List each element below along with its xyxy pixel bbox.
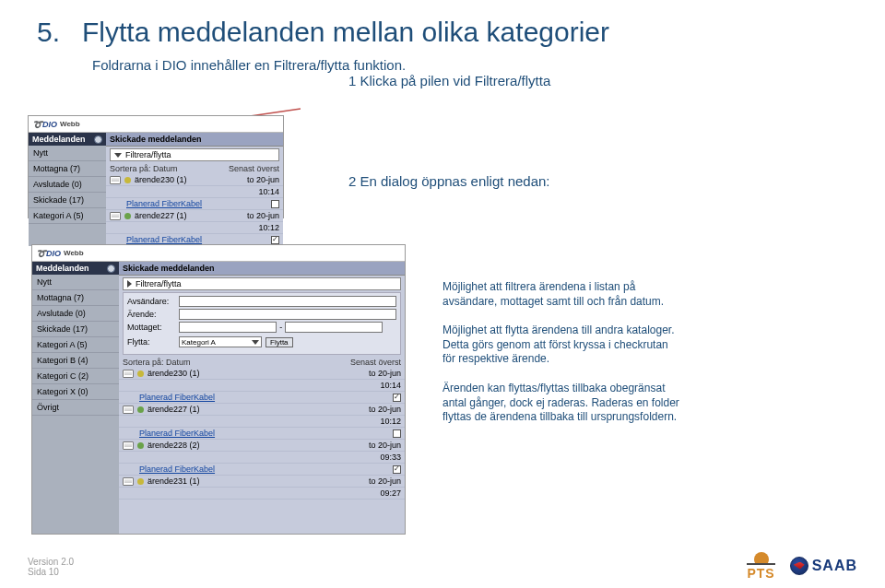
row-link[interactable]: Planerad FiberKabel <box>126 235 267 244</box>
title-number: 5. <box>37 17 60 48</box>
message-icon <box>123 477 134 486</box>
list-item[interactable]: Planerad FiberKabel <box>106 198 283 210</box>
row-date: to 20-jun <box>369 476 401 486</box>
row-link[interactable]: Planerad FiberKabel <box>139 393 389 402</box>
dio-logo: ➰DIO <box>32 120 57 129</box>
screenshot-1: ➰DIO Webb Meddelanden Nytt Mottagna (7) … <box>28 115 284 218</box>
chevron-down-icon[interactable] <box>114 153 122 158</box>
row-id: ärende228 (2) <box>148 441 365 450</box>
row-date: to 20-jun <box>247 175 279 184</box>
page-title: Flytta meddelanden mellan olika kategori… <box>82 17 609 48</box>
sidebar-item[interactable]: Kategori X (0) <box>32 384 119 400</box>
sidebar-item[interactable]: Nytt <box>32 275 119 290</box>
filter-panel: Avsändare: Ärende: Mottaget: - Flytta: K… <box>123 292 401 355</box>
list-item[interactable]: Planerad FiberKabel <box>119 392 405 404</box>
status-dot-icon <box>137 442 144 449</box>
sidebar-item[interactable]: Mottagna (7) <box>32 290 119 306</box>
sidebar-item[interactable]: Övrigt <box>32 400 119 416</box>
row-time: 10:14 <box>258 187 279 196</box>
sidebar-item[interactable]: Kategori B (4) <box>32 353 119 369</box>
list-item: 10:12 <box>119 416 405 428</box>
list-item[interactable]: Planerad FiberKabel <box>119 464 405 476</box>
sort-left[interactable]: Sortera på: Datum <box>123 358 191 367</box>
pts-logo: PTS <box>747 550 774 581</box>
sort-left[interactable]: Sortera på: Datum <box>110 164 178 173</box>
label-flytta: Flytta: <box>127 337 175 347</box>
sort-right[interactable]: Senast överst <box>229 164 279 173</box>
input-date-to[interactable] <box>285 322 383 333</box>
row-link[interactable]: Planerad FiberKabel <box>139 429 389 438</box>
input-arende[interactable] <box>179 309 396 320</box>
list-item: 10:14 <box>106 186 283 198</box>
message-icon <box>110 212 121 220</box>
sidebar-item-kategori-a[interactable]: Kategori A (5) <box>29 208 106 224</box>
list-item[interactable]: ärende227 (1)to 20-jun <box>119 404 405 416</box>
row-date: to 20-jun <box>369 405 401 414</box>
row-checkbox[interactable] <box>393 465 401 474</box>
label-avsandare: Avsändare: <box>127 297 175 306</box>
refresh-icon[interactable] <box>94 135 102 144</box>
row-link[interactable]: Planerad FiberKabel <box>126 199 267 208</box>
refresh-icon[interactable] <box>107 265 115 273</box>
subtitle: Foldrarna i DIO innehåller en Filtrera/f… <box>92 57 848 73</box>
footer-version: Version 2.0 Sida 10 <box>28 557 74 577</box>
main-header: Skickade meddelanden <box>106 133 283 147</box>
row-time: 10:12 <box>380 417 401 426</box>
row-date: to 20-jun <box>369 369 401 378</box>
row-time: 10:12 <box>258 223 279 232</box>
date-dash: - <box>279 323 282 332</box>
row-link[interactable]: Planerad FiberKabel <box>139 465 389 474</box>
row-time: 09:33 <box>380 453 401 462</box>
message-icon <box>110 176 121 184</box>
sort-right[interactable]: Senast överst <box>350 358 401 367</box>
sidebar-item-skickade[interactable]: Skickade (17) <box>29 193 106 208</box>
status-dot-icon <box>137 406 144 413</box>
row-id: ärende227 (1) <box>148 405 365 414</box>
list-item[interactable]: ärende228 (2)to 20-jun <box>119 440 405 452</box>
flytta-button[interactable]: Flytta <box>266 337 293 347</box>
screenshot-2: ➰DIO Webb Meddelanden Nytt Mottagna (7) … <box>31 244 406 535</box>
info-column: Möjlighet att filtrera ärendena i listan… <box>442 280 682 440</box>
info-p2: Möjlighet att flytta ärendena till andra… <box>442 323 682 367</box>
sidebar-item-avslutade[interactable]: Avslutade (0) <box>29 177 106 193</box>
sidebar-item-mottagna[interactable]: Mottagna (7) <box>29 161 106 177</box>
filter-label: Filtrera/flytta <box>136 279 182 288</box>
filter-label: Filtrera/flytta <box>125 150 171 159</box>
select-kategori[interactable]: Kategori A <box>179 336 262 347</box>
chevron-right-icon[interactable] <box>127 280 132 288</box>
message-icon <box>123 441 134 450</box>
sidebar-item[interactable]: Skickade (17) <box>32 322 119 337</box>
sidebar-item[interactable]: Kategori C (2) <box>32 369 119 384</box>
list-item[interactable]: ärende231 (1)to 20-jun <box>119 476 405 488</box>
sidebar-item-nytt[interactable]: Nytt <box>29 146 106 161</box>
row-checkbox[interactable] <box>271 200 279 208</box>
row-time: 09:27 <box>380 488 401 498</box>
input-date-from[interactable] <box>179 322 277 333</box>
info-p1: Möjlighet att filtrera ärendena i listan… <box>442 280 682 309</box>
row-checkbox[interactable] <box>393 429 401 438</box>
list-item: 10:14 <box>119 380 405 392</box>
row-date: to 20-jun <box>247 211 279 220</box>
row-id: ärende230 (1) <box>135 175 243 184</box>
list-item[interactable]: ärende230 (1) to 20-jun <box>106 174 283 186</box>
dio-swirl-icon: ➰ <box>36 249 46 258</box>
dio-logo: ➰DIO <box>36 249 61 258</box>
list-item[interactable]: ärende227 (1) to 20-jun <box>106 210 283 222</box>
saab-badge-icon <box>790 557 808 575</box>
sidebar-item[interactable]: Kategori A (5) <box>32 337 119 353</box>
message-icon <box>123 370 134 378</box>
row-checkbox[interactable] <box>271 236 279 244</box>
status-dot-icon <box>124 213 131 219</box>
sidebar-item[interactable]: Avslutade (0) <box>32 306 119 322</box>
input-avsandare[interactable] <box>179 296 396 307</box>
list-item[interactable]: ärende230 (1)to 20-jun <box>119 368 405 380</box>
list-item[interactable]: Planerad FiberKabel <box>119 428 405 440</box>
filter-flytta-toggle[interactable]: Filtrera/flytta <box>110 148 279 161</box>
row-date: to 20-jun <box>369 441 401 450</box>
row-checkbox[interactable] <box>393 394 401 402</box>
list-item: 10:12 <box>106 222 283 234</box>
status-dot-icon <box>137 478 144 485</box>
filter-flytta-toggle[interactable]: Filtrera/flytta <box>123 277 401 290</box>
status-dot-icon <box>124 177 131 183</box>
message-icon <box>123 406 134 414</box>
